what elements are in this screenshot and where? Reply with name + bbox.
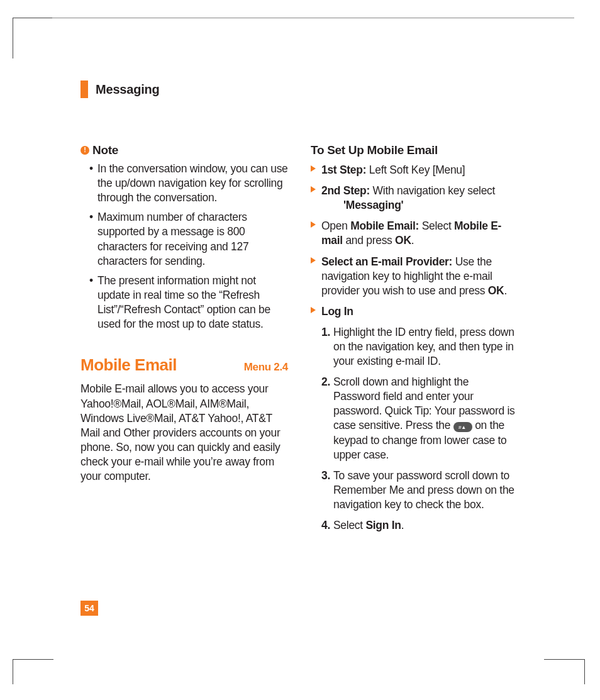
step-text: . bbox=[411, 234, 414, 247]
section-heading-row: Mobile Email Menu 2.4 bbox=[81, 354, 288, 375]
item-text: To save your password scroll down to Rem… bbox=[333, 469, 514, 511]
list-item: 1. Highlight the ID entry field, press d… bbox=[321, 325, 518, 369]
section-header: Messaging bbox=[81, 81, 533, 98]
step-text: and press bbox=[343, 234, 395, 247]
item-number: 2. bbox=[321, 375, 330, 389]
step-label: 2nd Step: bbox=[321, 184, 370, 197]
step-text: Open bbox=[321, 219, 350, 232]
setup-steps: 1st Step: Left Soft Key [Menu] 2nd Step:… bbox=[311, 163, 518, 319]
svg-text:#▲: #▲ bbox=[458, 425, 466, 430]
left-column: ! Note In the conversation window, you c… bbox=[81, 142, 288, 539]
step-item: Open Mobile Email: Select Mobile E-mail … bbox=[311, 219, 518, 248]
step-item: 2nd Step: With navigation key select 'Me… bbox=[311, 184, 518, 213]
item-number: 1. bbox=[321, 325, 330, 340]
step-text: With navigation key select bbox=[370, 184, 495, 197]
note-bullet: The present information might not update… bbox=[89, 274, 288, 331]
step-bold: Mobile Email: bbox=[350, 219, 419, 232]
triangle-bullet-icon bbox=[311, 221, 316, 228]
right-column: To Set Up Mobile Email 1st Step: Left So… bbox=[311, 142, 518, 539]
page-number: 54 bbox=[81, 601, 98, 616]
note-bullet: Maximum number of characters supported b… bbox=[89, 210, 288, 268]
note-label: Note bbox=[92, 142, 118, 158]
step-item: Log In bbox=[311, 304, 518, 319]
item-text: . bbox=[401, 519, 404, 531]
setup-heading: To Set Up Mobile Email bbox=[311, 142, 518, 158]
step-item: 1st Step: Left Soft Key [Menu] bbox=[311, 163, 518, 177]
login-numbered-list: 1. Highlight the ID entry field, press d… bbox=[311, 325, 518, 533]
header-accent-bar bbox=[81, 81, 88, 98]
page-content: Messaging ! Note In the conversation win… bbox=[81, 81, 533, 539]
list-item: 4. Select Sign In. bbox=[321, 518, 518, 533]
triangle-bullet-icon bbox=[311, 307, 316, 313]
section-body: Mobile E-mail allows you to access your … bbox=[81, 382, 288, 484]
header-title: Messaging bbox=[96, 82, 160, 97]
list-item: 2. Scroll down and highlight the Passwor… bbox=[321, 375, 518, 462]
note-icon: ! bbox=[81, 146, 89, 155]
triangle-bullet-icon bbox=[311, 165, 316, 172]
item-number: 4. bbox=[321, 518, 330, 533]
step-text: . bbox=[504, 284, 507, 297]
item-bold: Sign In bbox=[365, 519, 401, 531]
section-heading: Mobile Email bbox=[81, 354, 177, 375]
list-item: 3. To save your password scroll down to … bbox=[321, 469, 518, 512]
item-text: Highlight the ID entry field, press down… bbox=[333, 326, 514, 367]
step-bold: OK bbox=[488, 284, 504, 297]
note-bullet: In the conversation window, you can use … bbox=[89, 162, 288, 205]
menu-number: Menu 2.4 bbox=[244, 360, 288, 374]
note-bullet-list: In the conversation window, you can use … bbox=[81, 162, 288, 331]
two-column-layout: ! Note In the conversation window, you c… bbox=[81, 142, 533, 539]
crop-mark-top-left bbox=[13, 18, 53, 58]
item-text: Select bbox=[333, 519, 365, 531]
step-bold: OK bbox=[395, 234, 411, 247]
crop-mark-bottom-left bbox=[13, 659, 53, 684]
step-text: Select bbox=[419, 219, 454, 232]
step-item: Select an E-mail Provider: Use the navig… bbox=[311, 255, 518, 298]
step-label: Log In bbox=[321, 305, 353, 318]
step-label: 1st Step: bbox=[321, 164, 366, 176]
item-number: 3. bbox=[321, 469, 330, 483]
step-label: Select an E-mail Provider: bbox=[321, 255, 452, 268]
hash-key-icon: #▲ bbox=[453, 422, 472, 432]
step-bold-value: 'Messaging' bbox=[321, 198, 518, 213]
step-text: Left Soft Key [Menu] bbox=[366, 164, 465, 176]
triangle-bullet-icon bbox=[311, 257, 316, 264]
triangle-bullet-icon bbox=[311, 186, 316, 192]
note-heading: ! Note bbox=[81, 142, 288, 158]
crop-mark-bottom-right bbox=[544, 659, 585, 684]
